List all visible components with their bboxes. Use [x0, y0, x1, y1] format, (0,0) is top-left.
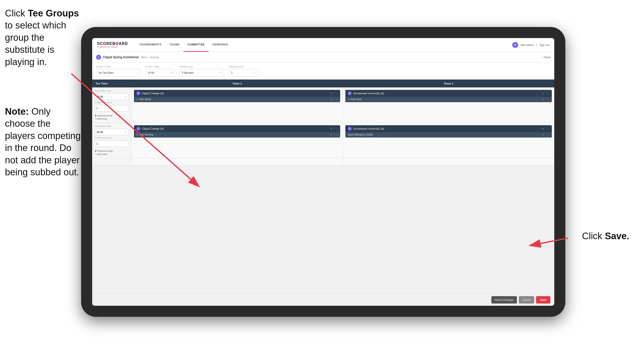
table-header: Tee Time Team 1 Team 2 [92, 79, 554, 87]
group-1-team2-card[interactable]: S Scoreboard University (A) ✕ ⌃⌄ 1. Rees… [345, 90, 552, 102]
team1-name-1: Clippd College (A) [142, 92, 329, 95]
player-row-1-1: 1. Rich Butler ✕ ⌃⌄ [134, 97, 340, 102]
bottom-bar: Reset Changes Cancel Save [92, 294, 554, 306]
reset-button[interactable]: Reset Changes [491, 296, 517, 304]
player-arrows-1-1[interactable]: ⌃⌄ [334, 98, 338, 101]
navbar: SCOREBOARD Powered by clippd TOURNAMENTS… [92, 38, 554, 52]
start-type-value: 1st Tee Start [98, 71, 114, 74]
start-time-value: 10:00 [148, 71, 154, 74]
click-save-bold: Save. [605, 231, 629, 241]
st-arrow-2: ⏱ [125, 131, 127, 133]
sign-out-link[interactable]: Sign out [540, 43, 549, 46]
group-size-arrow: ⌃⌄ [252, 71, 256, 74]
start-type-input[interactable]: 1st Tee Start ⌃⌄ [96, 69, 140, 76]
team2-icon-2: S [348, 127, 352, 131]
team2-remove-1[interactable]: ✕ [542, 92, 544, 95]
player-name-1-1: 1. Rich Butler [136, 98, 151, 101]
instruction-prefix: Click [5, 8, 28, 18]
player-controls-2-1: ✕ ⌃⌄ [542, 98, 549, 101]
cancel-button[interactable]: Cancel [519, 296, 534, 304]
player-remove-2-1[interactable]: ✕ [542, 98, 544, 101]
group-1-team1-header: C Clippd College (A) ✕ ⌃⌄ [134, 90, 340, 97]
intervals-label: Intervals [180, 65, 224, 68]
group-size-input[interactable]: 2 ⌃⌄ [229, 69, 258, 76]
back-button[interactable]: < Back [542, 56, 550, 59]
nav-tournaments[interactable]: TOURNAMENTS [136, 38, 166, 52]
starting-time-input-2[interactable]: 10:05 ⏱ [95, 129, 129, 135]
group-size-label: Group Size [229, 65, 258, 68]
team1-name-2: Clippd College (A) [142, 127, 329, 130]
team1-arrows-2[interactable]: ⌃⌄ [334, 127, 338, 130]
nav-teams[interactable]: TEAMS [166, 38, 183, 52]
team2-controls-1: ✕ ⌃⌄ [542, 92, 549, 95]
breadcrumb-tournament: Clippd Spring Invitational [103, 55, 139, 59]
team2-arrows-1[interactable]: ⌃⌄ [546, 92, 549, 94]
click-save-label: Click Save. [582, 231, 629, 241]
start-time-input[interactable]: 10:00 ⏱ [145, 69, 175, 76]
team2-arrows-2[interactable]: ⌃⌄ [546, 127, 549, 130]
player-remove-1-2[interactable]: ✕ [330, 134, 332, 136]
team2-name-1: Scoreboard University (A) [353, 92, 540, 95]
team1-controls-1: ✕ ⌃⌄ [330, 92, 338, 95]
user-name: blair admin [520, 43, 534, 46]
group-2-team1-header: C Clippd College (A) ✕ ⌃⌄ [134, 125, 340, 132]
start-type-arrow: ⌃⌄ [134, 71, 138, 74]
player-controls-2-2: ✕ ⌃⌄ [542, 134, 549, 136]
start-time-field: Start Time 10:00 ⏱ [145, 65, 175, 76]
group-1-team2-cell: S Scoreboard University (A) ✕ ⌃⌄ 1. Rees… [343, 87, 554, 123]
group-2-team1-card[interactable]: C Clippd College (A) ✕ ⌃⌄ 2. Blair McHar… [134, 125, 340, 137]
nav-links: TOURNAMENTS TEAMS COMMITTEE RANKINGS [136, 38, 512, 52]
player-arrows-2-1[interactable]: ⌃⌄ [546, 98, 549, 101]
group-1-team1-cell: C Clippd College (A) ✕ ⌃⌄ 1. Rich Butler… [132, 87, 343, 123]
team2-controls-2: ✕ ⌃⌄ [542, 127, 549, 130]
partial-row [92, 158, 554, 166]
add-group-1[interactable]: + Add Group [95, 118, 129, 120]
starting-hole-input-2[interactable]: 1 ⌃⌄ [95, 140, 129, 147]
team2-name-2: Scoreboard University (A) [353, 127, 540, 130]
starting-hole-input-1[interactable]: 1 ⌃⌄ [95, 105, 129, 111]
config-bar: Start Type 1st Tee Start ⌃⌄ Start Time 1… [92, 63, 554, 79]
remove-group-1[interactable]: 🗑 Remove Group [95, 114, 129, 117]
team2-remove-2[interactable]: ✕ [542, 127, 544, 130]
team1-arrows-1[interactable]: ⌃⌄ [334, 92, 338, 94]
team1-controls-2: ✕ ⌃⌄ [330, 127, 338, 130]
intervals-field: Intervals 5 Minutes ⏱ [180, 65, 224, 76]
instruction-suffix: to select which group the substitute is … [5, 20, 66, 67]
player-arrows-2-2[interactable]: ⌃⌄ [546, 134, 549, 136]
group-row-1: STARTING TIME: 10:00 ⏱ STARTING HOLE: 1 … [92, 87, 554, 123]
note-text: Note: Only choose the players competing … [5, 106, 81, 178]
group-size-value: 2 [231, 71, 232, 74]
group-1-left: STARTING TIME: 10:00 ⏱ STARTING HOLE: 1 … [92, 87, 132, 123]
nav-rankings[interactable]: RANKINGS [209, 38, 232, 52]
player-row-2-2: Dave Billingham (SUB) ✕ ⌃⌄ [345, 132, 552, 137]
player-row-2-1: 1. Rees Britt ✕ ⌃⌄ [345, 97, 552, 102]
player-arrows-1-2[interactable]: ⌃⌄ [334, 134, 338, 136]
group-2-actions: 🗑 Remove Group + Add Group [95, 150, 129, 155]
player-name-2-1: 1. Rees Britt [348, 98, 361, 101]
breadcrumb-hosting: Hosting [150, 56, 159, 59]
groups-table: Tee Time Team 1 Team 2 STARTING TIME: 10… [92, 79, 554, 294]
note-body: Only choose the players competing in the… [5, 106, 80, 177]
player-controls-1-2: ✕ ⌃⌄ [330, 134, 338, 136]
sh-arrow-2: ⌃⌄ [123, 142, 127, 145]
save-button[interactable]: Save [536, 296, 550, 304]
logo-subtitle: Powered by clippd [97, 46, 128, 48]
remove-group-2[interactable]: 🗑 Remove Group [95, 150, 129, 152]
team1-remove-2[interactable]: ✕ [330, 127, 332, 130]
intervals-input[interactable]: 5 Minutes ⏱ [180, 69, 224, 76]
nav-committee[interactable]: COMMITTEE [183, 38, 209, 52]
player-remove-1-1[interactable]: ✕ [330, 98, 332, 101]
starting-hole-label-2: STARTING HOLE: [95, 137, 129, 139]
click-save-prefix: Click [582, 231, 605, 241]
group-2-team2-card[interactable]: S Scoreboard University (A) ✕ ⌃⌄ Dave Bi… [345, 125, 552, 137]
group-1-team1-card[interactable]: C Clippd College (A) ✕ ⌃⌄ 1. Rich Butler… [134, 90, 340, 102]
starting-time-input-1[interactable]: 10:00 ⏱ [95, 94, 129, 100]
add-group-2[interactable]: + Add Group [95, 153, 129, 155]
group-2-team2-header: S Scoreboard University (A) ✕ ⌃⌄ [345, 125, 552, 132]
starting-time-label-1: STARTING TIME: [95, 90, 129, 92]
player-remove-2-2[interactable]: ✕ [542, 134, 544, 136]
team1-remove-1[interactable]: ✕ [330, 92, 332, 95]
breadcrumb-left: B Clippd Spring Invitational (Men) Hosti… [96, 55, 159, 60]
intervals-arrow: ⏱ [220, 71, 222, 74]
intervals-value: 5 Minutes [182, 71, 194, 74]
